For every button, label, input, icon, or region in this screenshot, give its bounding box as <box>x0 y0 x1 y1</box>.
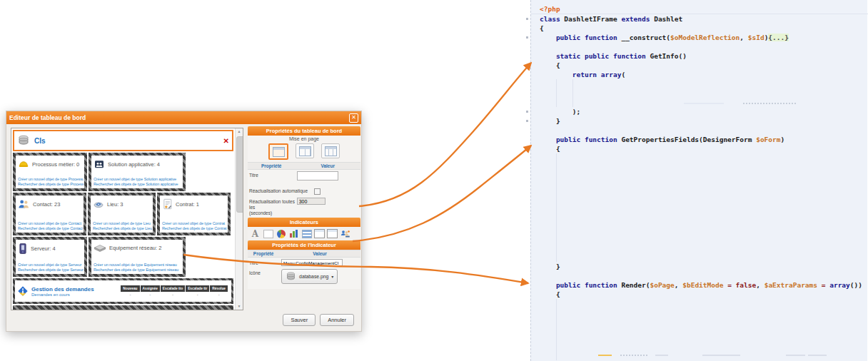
code-line: } <box>531 262 867 271</box>
create-link[interactable]: Créer un nouvel objet de type Contact <box>18 221 83 226</box>
code-line-getpropertiesfields: public function GetPropertiesFields(Desi… <box>531 135 867 144</box>
preview-scrollbar[interactable]: ▲ ▼ <box>235 128 243 310</box>
create-link[interactable]: Créer un nouvel objet de type Lieu <box>93 221 152 226</box>
hardhat-icon <box>18 158 29 170</box>
auto-refresh-row: Réactualisation automatique <box>248 185 360 196</box>
search-link[interactable]: Rechercher des objets de type Contact <box>18 226 83 231</box>
dashlet-tile-contrat[interactable]: Contrat: 1 Créer un nouvel objet de type… <box>157 193 231 235</box>
object-window-dashlet-icon[interactable] <box>314 228 325 239</box>
remove-group-icon[interactable]: ✕ <box>223 137 229 145</box>
group-panel-cis[interactable]: CIs ✕ <box>13 130 233 151</box>
create-link[interactable]: Créer un nouvel objet de type Processus … <box>18 177 84 182</box>
requests-panel[interactable]: Gestion des demandes Demandes en cours N… <box>13 278 233 304</box>
scrollbar-thumb[interactable] <box>236 136 243 213</box>
search-link[interactable]: Rechercher des objets de type Processus … <box>18 182 84 187</box>
refresh-interval-input[interactable] <box>297 198 326 205</box>
auto-refresh-checkbox[interactable] <box>314 188 321 195</box>
cell-value: - <box>121 293 139 297</box>
requests-status-table: Nouveau Assignée Escalade tto Escalade t… <box>121 285 228 297</box>
search-link[interactable]: Rechercher des objets de type Lieu <box>93 226 152 231</box>
search-link[interactable]: Rechercher des objets de type Serveur <box>18 268 84 273</box>
faded-code-fragment <box>786 355 805 356</box>
code-line-getinfo: static public function GetInfo() <box>531 51 867 61</box>
search-link[interactable]: Rechercher des objets de type Solution a… <box>94 182 182 187</box>
dashlet-tile-serveur[interactable]: Serveur: 4 Créer un nouvel objet de type… <box>13 237 87 277</box>
column-header: Assignée <box>141 285 160 292</box>
search-link[interactable]: Rechercher des objets de type Equipement… <box>94 268 182 273</box>
blank-dashlet-icon[interactable] <box>263 228 273 239</box>
dialog-titlebar[interactable]: Editeur de tableau de bord ✕ <box>6 111 361 124</box>
scroll-up-icon[interactable]: ▲ <box>236 128 243 135</box>
faded-code-fragment <box>655 355 668 356</box>
code-gap-array-body <box>531 79 867 107</box>
code-line: public function __construct($oModelRefle… <box>531 33 867 42</box>
code-gap-render-body <box>531 299 867 360</box>
code-line: class DashletIFrame extends Dashlet <box>531 14 867 24</box>
indent-guide <box>556 153 557 262</box>
cell-value: - <box>141 293 160 297</box>
save-button[interactable]: Sauver <box>283 314 316 326</box>
indicator-props-grid-header: Propriété Valeur <box>248 250 360 258</box>
layout-option-two-columns[interactable] <box>296 143 314 158</box>
cell-value: - <box>186 293 209 297</box>
dialog-close-icon[interactable]: ✕ <box>349 113 358 123</box>
indent-guide <box>556 299 557 360</box>
code-line: { <box>531 24 867 33</box>
dialog-buttons: Sauver Annuler <box>283 314 354 326</box>
bar-chart-dashlet-icon[interactable] <box>288 228 299 239</box>
board-title-row: Titre <box>248 170 360 185</box>
create-link[interactable]: Créer un nouvel objet de type Serveur <box>18 263 84 268</box>
tile-row-1: Processus métier: 0 Créer un nouvel obje… <box>13 153 233 191</box>
text-dashlet-icon[interactable]: A <box>250 228 261 239</box>
layout-option-one-column[interactable] <box>268 143 288 160</box>
column-header: Nouveau <box>121 285 139 292</box>
faded-code-fragment <box>808 355 827 356</box>
arrow-to-getpropertiesfields <box>353 146 531 241</box>
indent-guide <box>556 79 557 107</box>
board-props-grid-header: Propriété Valeur <box>248 162 360 170</box>
code-gap <box>531 126 867 135</box>
column-header: Escalade ttr <box>186 285 209 292</box>
search-link[interactable]: Rechercher des objets de type Contrat <box>162 226 227 231</box>
group-panel-title: CIs <box>34 137 219 145</box>
dashlet-type-toolbar: A <box>248 227 360 240</box>
code-line: <?php <box>531 4 868 14</box>
scroll-down-icon[interactable]: ▼ <box>236 303 243 310</box>
layout-option-three-columns[interactable] <box>321 143 340 158</box>
create-link[interactable]: Créer un nouvel objet de type Contrat <box>162 221 227 226</box>
indicator-title-input[interactable] <box>281 259 343 266</box>
dashlet-tile-processus-metier[interactable]: Processus métier: 0 Créer un nouvel obje… <box>13 153 87 191</box>
dashlet-tile-solution-applicative[interactable]: Solution applicative: 4 Créer un nouvel … <box>89 153 186 191</box>
dashlet-tile-lieu[interactable]: Lieu: 3 Créer un nouvel objet de type Li… <box>88 193 156 235</box>
info-diamond-icon <box>17 285 29 297</box>
pie-chart-dashlet-icon[interactable] <box>276 228 286 239</box>
cancel-button[interactable]: Annuler <box>320 314 354 326</box>
network-device-icon <box>94 243 106 253</box>
code-line-render: public function Render($oPage, $bEditMod… <box>531 280 867 290</box>
group-badge-dashlet-icon[interactable] <box>340 228 350 239</box>
icon-file-name: database.png <box>299 274 328 279</box>
dashlet-tile-contact[interactable]: Contact: 23 Créer un nouvel objet de typ… <box>13 193 86 235</box>
column-header: Escalade tto <box>161 285 185 292</box>
create-link[interactable]: Créer un nouvel objet de type Equipement… <box>94 263 182 268</box>
collapsed-code-region: {...} <box>768 34 789 41</box>
code-line: ); <box>531 107 867 116</box>
board-title-input[interactable] <box>297 171 338 180</box>
dialog-title: Editeur de tableau de bord <box>9 114 349 121</box>
database-icon <box>17 134 30 147</box>
code-gap <box>531 271 867 280</box>
server-icon <box>18 243 28 255</box>
indent-guide <box>572 79 573 107</box>
requests-panel-link[interactable]: Demandes en cours <box>31 293 118 297</box>
header-window-dashlet-icon[interactable] <box>327 228 338 239</box>
arrow-to-getinfo <box>359 63 531 206</box>
faded-code-placeholder <box>743 103 796 104</box>
icon-file-dropdown[interactable]: database.png ▾ <box>281 269 338 284</box>
dashlet-tile-equipement-reseau[interactable]: Equipement réseau: 2 Créer un nouvel obj… <box>89 237 186 277</box>
list-dashlet-icon[interactable] <box>301 228 312 239</box>
code-gap <box>531 42 867 51</box>
next-dashlet-cut-strip <box>13 305 233 310</box>
faded-code-fragment <box>702 355 740 356</box>
create-link[interactable]: Créer un nouvel objet de type Solution a… <box>94 177 182 182</box>
dashboard-preview-content: CIs ✕ Processus métier: 0 Créer un nouve… <box>11 128 235 310</box>
